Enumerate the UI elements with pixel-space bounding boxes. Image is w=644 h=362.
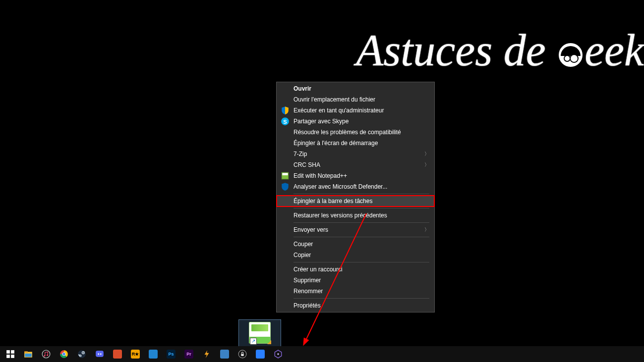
menu-item-edit-with-notepad[interactable]: Edit with Notepad++: [277, 170, 434, 181]
menu-item-label: CRC SHA: [293, 161, 424, 168]
taskbar-item-start[interactable]: [2, 347, 19, 361]
svg-text:S: S: [283, 119, 287, 125]
blank-icon: [281, 265, 290, 273]
menu-separator: [293, 262, 429, 262]
taskbar-item-explorer[interactable]: [20, 347, 37, 361]
blank-icon: [281, 211, 290, 219]
menu-item-ex-cuter-en-tant-qu-administrateur[interactable]: Exécuter en tant qu'administrateur: [277, 105, 434, 116]
menu-item-analyser-avec-microsoft-defender[interactable]: Analyser avec Microsoft Defender...: [277, 181, 434, 192]
blank-icon: [281, 96, 290, 103]
blank-icon: [281, 240, 290, 248]
taskbar-item-chrome[interactable]: [56, 347, 72, 361]
skype-icon: S: [281, 117, 290, 125]
chrome-icon: [59, 350, 68, 359]
svg-point-31: [277, 353, 279, 355]
shield-icon: [281, 106, 290, 114]
menu-item-cr-er-un-raccourci[interactable]: Créer un raccourci: [277, 264, 434, 275]
menu-item-restaurer-les-versions-pr-c-dentes[interactable]: Restaurer les versions précédentes: [277, 210, 434, 221]
file-explorer-icon: [24, 350, 33, 359]
menu-item-label: Restaurer les versions précédentes: [293, 212, 429, 219]
blank-icon: [281, 287, 290, 295]
blank-icon: [281, 128, 290, 136]
taskbar-item-discord[interactable]: [91, 347, 108, 361]
menu-item-partager-avec-skype[interactable]: SPartager avec Skype: [277, 116, 434, 127]
blank-icon: [281, 150, 290, 158]
menu-item-copier[interactable]: Copier: [277, 250, 434, 260]
svg-point-14: [47, 355, 48, 356]
lock-icon: [238, 350, 247, 359]
taskbar-item-app[interactable]: [216, 347, 233, 361]
menu-item-propri-t-s[interactable]: Propriétés: [277, 300, 434, 311]
game-icon: [113, 350, 122, 359]
taskbar-item-steam[interactable]: [73, 347, 90, 361]
svg-point-12: [42, 350, 50, 358]
blank-icon: [281, 161, 290, 169]
svg-rect-5: [6, 350, 10, 354]
watermark-text: Astuces de eek: [356, 25, 644, 76]
menu-item-label: Edit with Notepad++: [293, 172, 429, 179]
discord-icon: [95, 350, 104, 359]
taskbar: R★PsPr: [0, 346, 644, 362]
svg-rect-11: [25, 354, 32, 357]
taskbar-item-rocket[interactable]: [252, 347, 269, 361]
taskbar-item-itunes[interactable]: [38, 347, 55, 361]
taskbar-item-game[interactable]: [109, 347, 126, 361]
shortcut-overlay-icon: ↗: [250, 338, 257, 345]
submenu-arrow-icon: 〉: [424, 161, 429, 168]
taskbar-item-flash[interactable]: [198, 347, 215, 361]
menu-item-7-zip[interactable]: 7-Zip〉: [277, 149, 434, 159]
app-icon: [220, 350, 229, 359]
blank-icon: [281, 85, 290, 93]
svg-point-19: [62, 353, 65, 355]
menu-item-label: Partager avec Skype: [293, 118, 429, 125]
windows-start-icon: [6, 350, 15, 359]
svg-point-13: [44, 355, 45, 357]
menu-item-r-soudre-les-probl-mes-de-compatibilit[interactable]: Résoudre les problèmes de compatibilité: [277, 127, 434, 138]
taskbar-item-hexagon[interactable]: [270, 347, 287, 361]
menu-separator: [293, 237, 429, 237]
rocket-icon: [256, 350, 265, 359]
notepad-icon: [281, 172, 290, 180]
menu-item-label: Ouvrir l'emplacement du fichier: [293, 96, 429, 103]
menu-item-ouvrir[interactable]: Ouvrir: [277, 83, 434, 94]
taskbar-item-lock[interactable]: [234, 347, 251, 361]
menu-item-ouvrir-l-emplacement-du-fichier[interactable]: Ouvrir l'emplacement du fichier: [277, 94, 434, 105]
menu-item-label: Exécuter en tant qu'administrateur: [293, 107, 429, 114]
menu-item-pingler-l-cran-de-d-marrage[interactable]: Épingler à l'écran de démarrage: [277, 138, 434, 149]
menu-separator: [293, 208, 429, 208]
svg-rect-29: [241, 354, 244, 356]
blank-icon: [281, 197, 290, 205]
menu-item-label: Analyser avec Microsoft Defender...: [293, 183, 429, 190]
photoshop-icon: Ps: [167, 350, 176, 359]
svg-point-20: [78, 350, 86, 358]
menu-separator: [293, 298, 429, 299]
premiere-icon: Pr: [184, 350, 193, 359]
menu-item-label: Propriétés: [293, 302, 429, 309]
itunes-icon: [42, 350, 51, 359]
menu-item-label: Épingler à la barre des tâches: [293, 198, 429, 205]
svg-point-26: [98, 354, 99, 355]
menu-item-pingler-la-barre-des-t-ches[interactable]: Épingler à la barre des tâches: [277, 196, 434, 207]
taskbar-item-premiere[interactable]: Pr: [180, 347, 197, 361]
menu-item-renommer[interactable]: Renommer: [277, 286, 434, 297]
menu-item-crc-sha[interactable]: CRC SHA〉: [277, 159, 434, 170]
menu-item-label: Renommer: [293, 288, 429, 295]
vmware-icon: [149, 350, 158, 359]
hexagon-icon: [274, 350, 283, 359]
lightning-icon: [202, 350, 211, 359]
blank-icon: [281, 251, 290, 259]
blank-icon: [281, 139, 290, 147]
menu-separator: [293, 222, 429, 223]
taskbar-item-rockstar[interactable]: R★: [127, 347, 144, 361]
menu-item-label: Résoudre les problèmes de compatibilité: [293, 129, 429, 136]
taskbar-item-vmware[interactable]: [145, 347, 162, 361]
context-menu: OuvrirOuvrir l'emplacement du fichierExé…: [276, 82, 435, 312]
taskbar-item-photoshop[interactable]: Ps: [163, 347, 179, 361]
menu-item-supprimer[interactable]: Supprimer: [277, 275, 434, 286]
menu-item-label: Couper: [293, 241, 429, 248]
geek-head-icon: [559, 43, 583, 67]
menu-item-couper[interactable]: Couper: [277, 239, 434, 250]
watermark-part2: eek: [585, 26, 644, 75]
menu-item-label: Créer un raccourci: [293, 266, 429, 273]
menu-item-envoyer-vers[interactable]: Envoyer vers〉: [277, 224, 434, 235]
